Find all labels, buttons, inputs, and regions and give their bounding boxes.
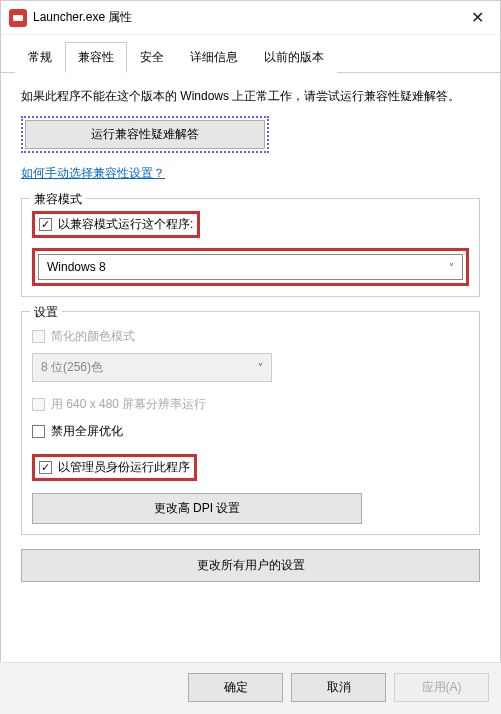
- tab-previous-versions[interactable]: 以前的版本: [251, 42, 337, 73]
- ok-button[interactable]: 确定: [188, 673, 283, 702]
- res-640-checkbox: [32, 398, 45, 411]
- change-dpi-button[interactable]: 更改高 DPI 设置: [32, 493, 362, 524]
- color-depth-select: 8 位(256)色 ˅: [32, 353, 272, 382]
- run-troubleshooter-button[interactable]: 运行兼容性疑难解答: [25, 120, 265, 149]
- close-button[interactable]: ✕: [454, 1, 500, 35]
- settings-legend: 设置: [30, 304, 62, 321]
- reduced-color-label: 简化的颜色模式: [51, 328, 135, 345]
- run-as-admin-checkbox[interactable]: ✓: [39, 461, 52, 474]
- tab-compatibility[interactable]: 兼容性: [65, 42, 127, 73]
- reduced-color-row: 简化的颜色模式: [32, 328, 469, 345]
- disable-fullscreen-row: 禁用全屏优化: [32, 423, 469, 440]
- tab-details[interactable]: 详细信息: [177, 42, 251, 73]
- apply-button: 应用(A): [394, 673, 489, 702]
- close-icon: ✕: [471, 8, 484, 27]
- settings-group: 设置 简化的颜色模式 8 位(256)色 ˅ 用 640 x 480 屏幕分辨率…: [21, 311, 480, 535]
- compat-mode-selected: Windows 8: [47, 260, 106, 274]
- window-title: Launcher.exe 属性: [33, 9, 132, 26]
- dialog-footer: 确定 取消 应用(A): [0, 662, 501, 714]
- res-640-row: 用 640 x 480 屏幕分辨率运行: [32, 396, 469, 413]
- troubleshooter-focus-outline: 运行兼容性疑难解答: [21, 116, 269, 153]
- compat-mode-checkbox[interactable]: ✓: [39, 218, 52, 231]
- chevron-down-icon: ˅: [449, 262, 454, 273]
- reduced-color-checkbox: [32, 330, 45, 343]
- disable-fullscreen-checkbox[interactable]: [32, 425, 45, 438]
- manual-settings-link[interactable]: 如何手动选择兼容性设置？: [21, 165, 165, 182]
- compat-mode-legend: 兼容模式: [30, 191, 86, 208]
- app-icon: [9, 9, 27, 27]
- change-all-users-button[interactable]: 更改所有用户的设置: [21, 549, 480, 582]
- intro-text: 如果此程序不能在这个版本的 Windows 上正常工作，请尝试运行兼容性疑难解答…: [21, 87, 480, 106]
- disable-fullscreen-label: 禁用全屏优化: [51, 423, 123, 440]
- titlebar: Launcher.exe 属性 ✕: [1, 1, 500, 35]
- compat-mode-checkbox-label: 以兼容模式运行这个程序:: [58, 216, 193, 233]
- tab-general[interactable]: 常规: [15, 42, 65, 73]
- highlight-compat-select: Windows 8 ˅: [32, 248, 469, 286]
- tab-strip: 常规 兼容性 安全 详细信息 以前的版本: [1, 35, 500, 73]
- highlight-admin-checkbox: ✓ 以管理员身份运行此程序: [32, 454, 197, 481]
- highlight-compat-checkbox: ✓ 以兼容模式运行这个程序:: [32, 211, 200, 238]
- cancel-button[interactable]: 取消: [291, 673, 386, 702]
- chevron-down-icon: ˅: [258, 362, 263, 373]
- tab-content: 如果此程序不能在这个版本的 Windows 上正常工作，请尝试运行兼容性疑难解答…: [1, 73, 500, 582]
- run-as-admin-label: 以管理员身份运行此程序: [58, 459, 190, 476]
- tab-security[interactable]: 安全: [127, 42, 177, 73]
- res-640-label: 用 640 x 480 屏幕分辨率运行: [51, 396, 206, 413]
- compat-mode-group: 兼容模式 ✓ 以兼容模式运行这个程序: Windows 8 ˅: [21, 198, 480, 297]
- compat-mode-select[interactable]: Windows 8 ˅: [38, 254, 463, 280]
- color-depth-selected: 8 位(256)色: [41, 359, 103, 376]
